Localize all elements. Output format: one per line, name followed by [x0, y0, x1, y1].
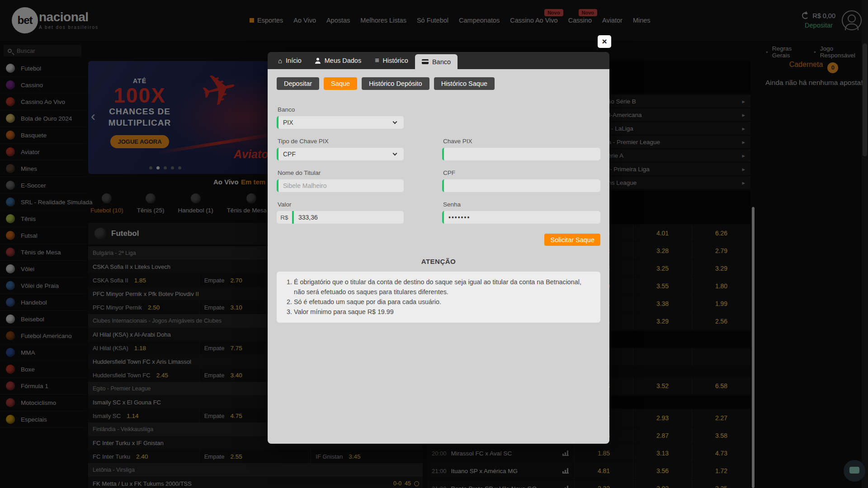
- attention-notes-list: É obrigatório que o titular da conta de …: [284, 277, 593, 317]
- modal-actions: DepositarSaqueHistórico DepósitoHistóric…: [277, 77, 600, 90]
- tab-meus-dados[interactable]: Meus Dados: [308, 52, 368, 69]
- chave-pix-input-wrap: [442, 148, 600, 160]
- saque-form: Banco Tipo de Chave PIX Chave PIX: [277, 106, 600, 233]
- valor-input-wrap: [292, 211, 404, 224]
- senha-label: Senha: [443, 201, 600, 208]
- tipo-chave-field: Tipo de Chave PIX: [277, 138, 404, 160]
- form-spacer: [442, 106, 600, 138]
- cpf-input-wrap: [442, 179, 600, 192]
- tab-historico[interactable]: ≡Histórico: [368, 52, 415, 69]
- list-icon: ≡: [375, 57, 379, 64]
- historico-saque-button[interactable]: Histórico Saque: [434, 77, 495, 90]
- nome-titular-input-wrap: [277, 179, 404, 192]
- tipo-chave-label: Tipo de Chave PIX: [278, 138, 404, 145]
- attention-title: ATENÇÃO: [277, 258, 600, 265]
- tipo-chave-select-value: [283, 150, 404, 158]
- banco-select[interactable]: [277, 116, 404, 129]
- card-icon: [422, 59, 429, 64]
- tab-inicio[interactable]: ⌂Início: [271, 52, 308, 69]
- betnacional-app: bet nacional A bet dos brasileiros Espor…: [0, 0, 868, 488]
- nome-titular-field: Nome do Titular: [277, 169, 404, 192]
- nome-titular-input[interactable]: [283, 182, 404, 189]
- tab-label: Histórico: [382, 57, 408, 64]
- banco-select-value: [283, 119, 404, 126]
- home-icon: ⌂: [278, 57, 282, 64]
- person-icon: [315, 58, 321, 64]
- valor-label: Valor: [278, 201, 404, 208]
- nome-titular-label: Nome do Titular: [278, 169, 404, 176]
- modal-body: DepositarSaqueHistórico DepósitoHistóric…: [268, 69, 609, 444]
- tab-label: Banco: [432, 58, 451, 66]
- banco-field: Banco: [277, 106, 404, 129]
- saque-button[interactable]: Saque: [324, 77, 357, 90]
- depositar-button[interactable]: Depositar: [277, 77, 319, 90]
- attention-note: Valor mínimo para saque R$ 19.99: [294, 307, 593, 317]
- senha-input-wrap: [442, 211, 600, 224]
- senha-input[interactable]: [448, 214, 600, 221]
- chave-pix-input[interactable]: [448, 150, 600, 158]
- valor-input[interactable]: [298, 214, 404, 221]
- cpf-field: CPF: [442, 169, 600, 192]
- tab-banco[interactable]: Banco: [415, 54, 458, 69]
- tab-label: Início: [286, 57, 302, 64]
- senha-field: Senha: [442, 201, 600, 224]
- modal-tab-bar: ⌂InícioMeus Dados≡HistóricoBanco: [268, 52, 609, 69]
- tipo-chave-select[interactable]: [277, 148, 404, 160]
- attention-note: É obrigatório que o titular da conta de …: [294, 277, 593, 297]
- solicitar-saque-button[interactable]: Solicitar Saque: [544, 234, 600, 246]
- chave-pix-field: Chave PIX: [442, 138, 600, 160]
- cpf-label: CPF: [443, 169, 600, 176]
- valor-field: Valor R$: [277, 201, 404, 224]
- historico-deposito-button[interactable]: Histórico Depósito: [362, 77, 429, 90]
- attention-notes-box: É obrigatório que o titular da conta de …: [277, 272, 600, 323]
- chave-pix-label: Chave PIX: [443, 138, 600, 145]
- tab-label: Meus Dados: [325, 57, 361, 64]
- cpf-input[interactable]: [448, 182, 600, 189]
- currency-prefix: R$: [277, 211, 292, 224]
- banco-label: Banco: [278, 106, 404, 113]
- banco-modal: × ⌂InícioMeus Dados≡HistóricoBanco Depos…: [268, 52, 609, 444]
- attention-note: Só é efetuado um saque por dia para cada…: [294, 297, 593, 307]
- close-icon[interactable]: ×: [598, 35, 611, 48]
